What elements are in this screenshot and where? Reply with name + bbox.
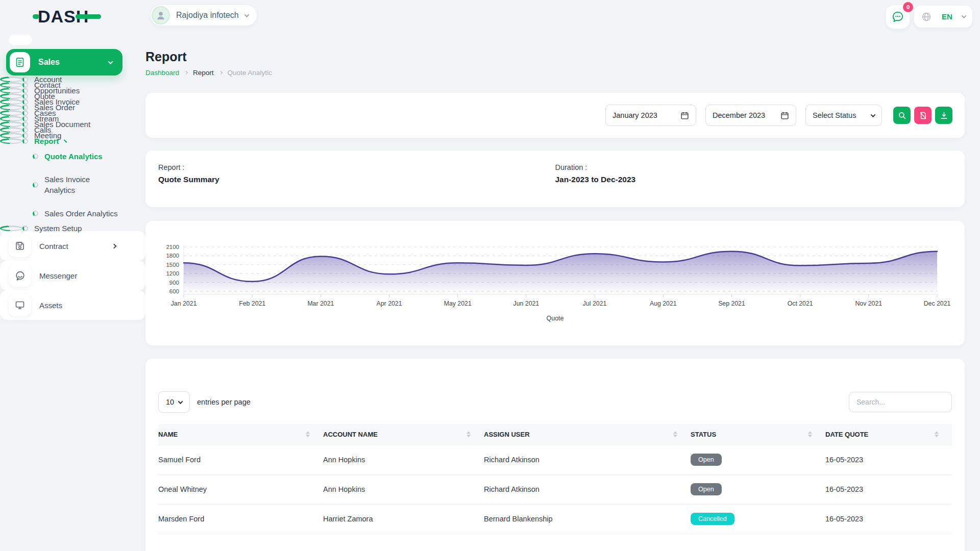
page-size-select[interactable]: 10 bbox=[158, 391, 190, 413]
logo-dash-icon bbox=[76, 14, 101, 19]
sidebar-item-sales-document[interactable]: Sales Document bbox=[0, 121, 22, 127]
cell-assign-user: Richard Atkinson bbox=[484, 445, 691, 474]
table-row: Marsden FordHarriet ZamoraBernard Blanke… bbox=[158, 504, 952, 534]
svg-text:Dec 2021: Dec 2021 bbox=[924, 300, 951, 307]
chevron-right-icon bbox=[219, 71, 223, 74]
sidebar-item-quote[interactable]: Quote bbox=[0, 93, 22, 99]
sidebar-item-messenger[interactable]: Messenger bbox=[0, 261, 145, 290]
sidebar-item-assets[interactable]: Assets bbox=[0, 290, 145, 320]
sidebar-item-label: Sales Order Analytics bbox=[44, 209, 117, 218]
cell-account-name: Harriet Zamora bbox=[323, 504, 484, 534]
report-label: Report : bbox=[158, 163, 555, 171]
notification-badge: 0 bbox=[903, 2, 913, 12]
sidebar-item-account[interactable]: Account bbox=[0, 77, 22, 82]
sort-icon[interactable] bbox=[808, 431, 812, 437]
logo-dot-icon bbox=[33, 14, 39, 19]
table-card: 10 entries per page NAMEACCOUNT NAMEASSI… bbox=[145, 359, 965, 551]
chevron-right-icon bbox=[112, 243, 117, 248]
column-header-date-quote[interactable]: DATE QUOTE bbox=[825, 424, 952, 445]
sidebar-item-sales-order-analytics[interactable]: Sales Order Analytics bbox=[0, 201, 145, 226]
cell-account-name: Ann Hopkins bbox=[323, 445, 484, 474]
svg-text:Nov 2021: Nov 2021 bbox=[855, 300, 882, 307]
assets-icon bbox=[9, 294, 31, 316]
sidebar-item-contact[interactable]: Contact bbox=[0, 82, 22, 88]
person-icon bbox=[155, 10, 166, 21]
sidebar-item-sales-order[interactable]: Sales Order bbox=[0, 105, 22, 110]
sidebar-item-system-setup[interactable]: System Setup bbox=[0, 226, 22, 231]
bullet-icon bbox=[33, 154, 38, 159]
table-body: Samuel FordAnn HopkinsRichard AtkinsonOp… bbox=[158, 445, 952, 534]
sidebar-item-sales-invoice[interactable]: Sales Invoice bbox=[0, 99, 22, 105]
sort-icon[interactable] bbox=[673, 431, 677, 437]
sidebar-item-contract[interactable]: Contract bbox=[0, 231, 145, 261]
entries-per-page: 10 entries per page bbox=[158, 391, 251, 413]
sort-icon[interactable] bbox=[935, 431, 939, 437]
table-search-input[interactable] bbox=[849, 392, 952, 412]
cell-name: Marsden Ford bbox=[158, 504, 323, 534]
date-from-input[interactable]: January 2023 bbox=[605, 105, 696, 126]
sidebar-item-quote-analytics[interactable]: Quote Analytics bbox=[0, 144, 145, 168]
sidebar-item-report[interactable]: Report bbox=[0, 138, 22, 144]
company-selector[interactable]: Rajodiya infotech bbox=[151, 5, 257, 26]
svg-text:Feb 2021: Feb 2021 bbox=[239, 300, 265, 307]
duration-value: Jan-2023 to Dec-2023 bbox=[555, 175, 952, 184]
company-avatar bbox=[152, 6, 170, 24]
sidebar-item-opportunities[interactable]: Opportunities bbox=[0, 88, 22, 93]
bullet-icon bbox=[22, 82, 28, 88]
bullet-icon bbox=[22, 116, 28, 121]
quotes-table: NAMEACCOUNT NAMEASSIGN USERSTATUSDATE QU… bbox=[158, 424, 952, 534]
sidebar-item-meeting[interactable]: Meeting bbox=[0, 133, 22, 138]
column-header-assign-user[interactable]: ASSIGN USER bbox=[484, 424, 691, 445]
sort-icon[interactable] bbox=[467, 431, 471, 437]
search-button[interactable] bbox=[893, 107, 911, 124]
date-from-value: January 2023 bbox=[612, 111, 657, 119]
column-label: NAME bbox=[158, 431, 178, 438]
table-row: Samuel FordAnn HopkinsRichard AtkinsonOp… bbox=[158, 445, 952, 474]
svg-text:Mar 2021: Mar 2021 bbox=[307, 300, 334, 307]
status-badge: Open bbox=[691, 483, 722, 495]
sidebar-group-sales[interactable]: Sales bbox=[6, 49, 122, 76]
column-header-account-name[interactable]: ACCOUNT NAME bbox=[323, 424, 484, 445]
bullet-icon bbox=[22, 99, 28, 105]
cell-status: Open bbox=[691, 445, 825, 474]
table-controls: 10 entries per page bbox=[158, 391, 952, 413]
language-selector[interactable]: EN bbox=[914, 6, 972, 28]
company-name: Rajodiya infotech bbox=[176, 11, 239, 20]
svg-text:Jun 2021: Jun 2021 bbox=[513, 300, 540, 307]
date-to-input[interactable]: December 2023 bbox=[705, 105, 796, 126]
status-select[interactable]: Select Status bbox=[805, 105, 882, 126]
messages-button[interactable]: 0 bbox=[886, 5, 910, 29]
sidebar-item-sales-invoice-analytics[interactable]: Sales Invoice Analytics bbox=[0, 168, 145, 201]
cell-status: Open bbox=[691, 474, 825, 504]
svg-text:Sep 2021: Sep 2021 bbox=[718, 300, 745, 307]
sales-document-icon bbox=[10, 52, 30, 72]
sidebar-item-label: Sales Invoice Analytics bbox=[44, 174, 106, 195]
status-select-value: Select Status bbox=[813, 111, 856, 119]
column-label: STATUS bbox=[691, 431, 716, 438]
download-button[interactable] bbox=[935, 107, 952, 124]
duration-summary: Duration : Jan-2023 to Dec-2023 bbox=[555, 163, 952, 194]
messenger-icon bbox=[9, 264, 31, 287]
app-window: DASH Rajodiya infotech 0 bbox=[0, 0, 980, 551]
sort-icon[interactable] bbox=[306, 431, 310, 437]
sidebar-item-label: Report bbox=[34, 137, 59, 145]
reset-filter-button[interactable] bbox=[914, 107, 932, 124]
sidebar-item-cases[interactable]: Cases bbox=[0, 110, 22, 116]
breadcrumb-report[interactable]: Report bbox=[193, 69, 214, 77]
chart-legend: Quote bbox=[145, 315, 965, 322]
sidebar-item-stream[interactable]: Stream bbox=[0, 116, 22, 121]
filter-card: January 2023 December 2023 Select Status bbox=[145, 93, 965, 138]
column-header-name[interactable]: NAME bbox=[158, 424, 323, 445]
sidebar-item-calls[interactable]: Calls bbox=[0, 127, 22, 133]
cell-status: Cancelled bbox=[691, 504, 825, 534]
breadcrumb-dashboard[interactable]: Dashboard bbox=[145, 69, 179, 77]
page-title: Report bbox=[145, 49, 965, 64]
column-header-status[interactable]: STATUS bbox=[691, 424, 825, 445]
bullet-icon bbox=[33, 211, 38, 216]
clear-file-icon bbox=[919, 111, 927, 120]
sidebar-item-label: Quote Analytics bbox=[44, 152, 103, 161]
cell-name: Samuel Ford bbox=[158, 445, 323, 474]
quote-area-chart: 6009001200150018002100Jan 2021Feb 2021Ma… bbox=[145, 221, 965, 345]
sidebar-item-label: Assets bbox=[39, 301, 62, 310]
chevron-down-icon bbox=[178, 399, 183, 404]
